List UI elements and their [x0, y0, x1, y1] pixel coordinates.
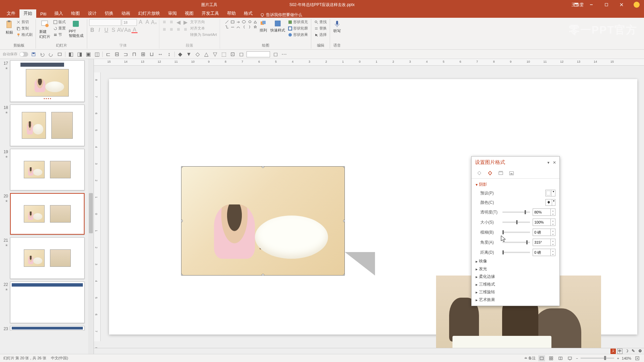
zoom-in-button[interactable]: + — [617, 356, 619, 360]
transparency-slider[interactable] — [502, 212, 530, 213]
size-value[interactable]: 100%▴▾ — [533, 219, 555, 226]
tell-me-search[interactable]: 告诉我你想要做什么 — [260, 12, 302, 18]
copy-button[interactable]: 复制 — [15, 25, 34, 31]
section-glow[interactable]: ▸发光 — [476, 265, 555, 273]
paste-button[interactable]: 粘贴 — [4, 19, 15, 36]
zoom-level[interactable]: 140% — [622, 356, 631, 360]
section-3d-rotation[interactable]: ▸三维旋转 — [476, 288, 555, 296]
reset-button[interactable]: 重置 — [52, 25, 67, 31]
zoom-slider[interactable] — [581, 358, 614, 359]
preset-dropdown[interactable]: ▾ — [545, 190, 555, 196]
slide-thumbnail-21[interactable] — [10, 237, 85, 279]
qat-slideshow-icon[interactable] — [56, 51, 63, 58]
section-artistic[interactable]: ▸艺术效果 — [476, 296, 555, 304]
pane-tab-size[interactable] — [497, 170, 504, 177]
blur-slider[interactable] — [502, 232, 530, 233]
ribbon-display-button[interactable] — [569, 0, 584, 9]
section-3d-format[interactable]: ▸三维格式 — [476, 281, 555, 288]
underline-icon[interactable]: U — [103, 27, 109, 33]
smartart-button[interactable]: 转换为 SmartArt — [189, 32, 218, 38]
qat-align-middle-icon[interactable]: ⊞ — [140, 51, 146, 58]
horizontal-scrollbar[interactable] — [94, 348, 644, 354]
decrease-font-icon[interactable]: A — [144, 19, 150, 25]
qat-width-input[interactable] — [247, 51, 270, 57]
close-button[interactable] — [614, 0, 629, 9]
text-direction-button[interactable]: 文字方向 — [189, 19, 218, 25]
save-icon[interactable] — [30, 51, 37, 58]
angle-value[interactable]: 315°▴▾ — [533, 239, 555, 246]
section-shadow[interactable]: ▾阴影 — [476, 181, 555, 188]
tray-icon-1[interactable]: 义 — [610, 349, 616, 354]
tab-help[interactable]: 帮助 — [223, 9, 240, 18]
increase-font-icon[interactable]: A — [138, 19, 144, 25]
quick-styles-button[interactable]: 快速样式 — [269, 19, 286, 34]
resize-handle-e[interactable] — [343, 220, 345, 222]
spacing-icon[interactable]: Aa — [124, 27, 130, 33]
tray-icon-4[interactable]: ✎ — [631, 349, 636, 354]
color-dropdown[interactable]: ▾ — [545, 199, 555, 206]
qat-align-center-icon[interactable]: ⊟ — [113, 51, 120, 58]
tray-icon-5[interactable]: ⚙ — [637, 349, 643, 354]
tab-file[interactable]: 文件 — [3, 9, 19, 18]
tab-view[interactable]: 视图 — [181, 9, 198, 18]
slide-thumbnail-17[interactable]: ● ● ● ● — [10, 60, 85, 102]
qat-align-right-icon[interactable]: ⊐ — [122, 51, 129, 58]
tab-design[interactable]: 设计 — [84, 9, 101, 18]
italic-icon[interactable]: I — [96, 27, 102, 33]
fit-to-window-icon[interactable] — [634, 355, 641, 361]
tab-review[interactable]: 审阅 — [164, 9, 181, 18]
qat-icon-4[interactable]: ◫ — [94, 51, 100, 58]
size-slider[interactable] — [502, 222, 530, 223]
tray-icon-2[interactable]: 中 — [617, 349, 623, 354]
pane-tab-fill[interactable] — [476, 170, 483, 177]
qat-more-icon[interactable]: ⋯ — [281, 51, 287, 58]
shapes-gallery[interactable] — [224, 19, 258, 30]
resize-handle-w[interactable] — [181, 220, 183, 222]
qat-icon-2[interactable]: ◨ — [76, 51, 83, 58]
bullets-icon[interactable]: ≡ — [161, 19, 167, 25]
pane-dropdown-icon[interactable]: ▾ — [547, 160, 549, 165]
qat-dist-v-icon[interactable]: ↕ — [166, 51, 172, 58]
find-button[interactable]: 查找 — [313, 19, 328, 25]
qat-icon-g[interactable]: ⊡ — [229, 51, 236, 58]
sorter-view-icon[interactable] — [548, 355, 554, 361]
section-button[interactable]: 节 — [52, 32, 67, 38]
shape-effects-button[interactable]: 形状效果 — [287, 32, 309, 38]
zoom-out-button[interactable]: − — [576, 356, 578, 360]
redo-icon[interactable] — [48, 51, 54, 58]
align-text-button[interactable]: 对齐文本 — [189, 25, 218, 31]
distance-value[interactable]: 0 磅▴▾ — [533, 249, 555, 256]
font-color-icon[interactable]: A — [131, 27, 138, 33]
shape-fill-button[interactable]: 形状填充 — [287, 19, 309, 25]
qat-icon-i[interactable]: ◻ — [272, 51, 279, 58]
shapes-gallery[interactable] — [222, 19, 223, 20]
cut-button[interactable]: 剪切 — [15, 19, 34, 25]
shape-outline-button[interactable]: 形状轮廓 — [287, 25, 309, 31]
tab-developer[interactable]: 开发工具 — [198, 9, 223, 18]
resize-handle-n[interactable] — [262, 166, 264, 168]
font-size-combo[interactable] — [122, 19, 137, 26]
qat-icon-b[interactable]: ▼ — [185, 51, 192, 58]
qat-dist-h-icon[interactable]: ↔ — [157, 51, 164, 58]
pane-close-icon[interactable]: ✕ — [553, 160, 556, 165]
bold-icon[interactable]: B — [89, 27, 95, 33]
indent-decrease-icon[interactable]: ◀ — [175, 19, 181, 25]
replace-button[interactable]: 替换 — [313, 25, 328, 31]
slide-thumbnail-23[interactable] — [10, 326, 85, 330]
canvas-image-1[interactable] — [181, 166, 345, 276]
align-justify-icon[interactable]: ≡ — [175, 26, 181, 33]
align-center


ight-icon[interactable]: ≡ — [168, 26, 174, 33]
ppt-gen-button[interactable]: PPT 智能生成 — [67, 19, 85, 39]
distance-slider[interactable] — [502, 252, 530, 253]
clear-format-icon[interactable]: Aₓ — [151, 19, 157, 25]
qat-icon-e[interactable]: ▽ — [212, 51, 218, 58]
qat-icon-c[interactable]: ◇ — [194, 51, 201, 58]
arrange-button[interactable]: 排列 — [258, 19, 268, 34]
slide-thumbnail-19[interactable] — [10, 149, 85, 190]
indent-increase-icon[interactable]: ▶ — [182, 19, 189, 25]
dictate-button[interactable]: 听写 — [332, 19, 342, 34]
format-painter-button[interactable]: 格式刷 — [15, 32, 34, 38]
qat-icon-h[interactable]: ◻ — [238, 51, 245, 58]
slide-thumbnail-22[interactable] — [10, 282, 85, 323]
section-soft-edges[interactable]: ▸柔化边缘 — [476, 273, 555, 281]
